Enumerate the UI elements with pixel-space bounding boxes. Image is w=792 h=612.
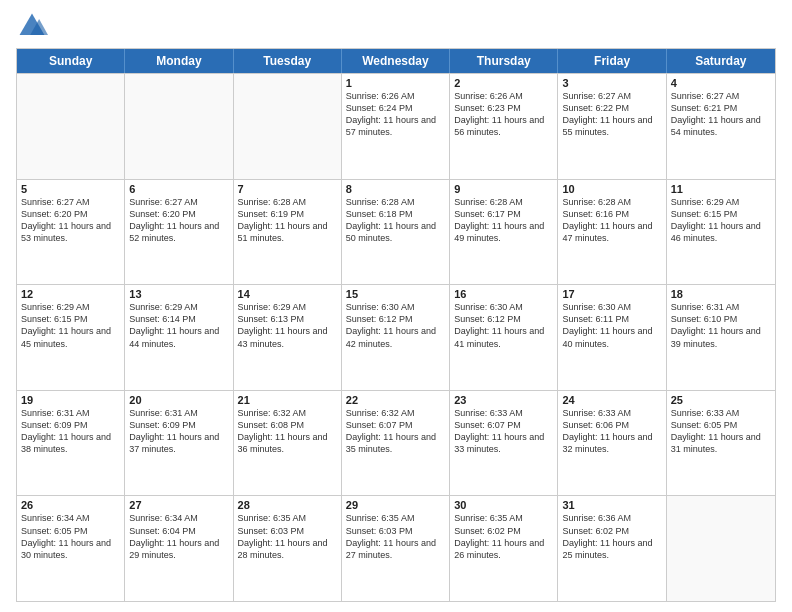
calendar-header: SundayMondayTuesdayWednesdayThursdayFrid… [17, 49, 775, 73]
day-cell-29: 29Sunrise: 6:35 AMSunset: 6:03 PMDayligh… [342, 496, 450, 601]
day-cell-30: 30Sunrise: 6:35 AMSunset: 6:02 PMDayligh… [450, 496, 558, 601]
day-number: 25 [671, 394, 771, 406]
day-cell-4: 4Sunrise: 6:27 AMSunset: 6:21 PMDaylight… [667, 74, 775, 179]
page: SundayMondayTuesdayWednesdayThursdayFrid… [0, 0, 792, 612]
cell-info: Sunrise: 6:27 AMSunset: 6:20 PMDaylight:… [129, 196, 228, 245]
day-number: 9 [454, 183, 553, 195]
cell-info: Sunrise: 6:29 AMSunset: 6:15 PMDaylight:… [671, 196, 771, 245]
cell-info: Sunrise: 6:32 AMSunset: 6:07 PMDaylight:… [346, 407, 445, 456]
day-cell-24: 24Sunrise: 6:33 AMSunset: 6:06 PMDayligh… [558, 391, 666, 496]
day-cell-18: 18Sunrise: 6:31 AMSunset: 6:10 PMDayligh… [667, 285, 775, 390]
day-header-wednesday: Wednesday [342, 49, 450, 73]
day-number: 8 [346, 183, 445, 195]
cell-info: Sunrise: 6:26 AMSunset: 6:23 PMDaylight:… [454, 90, 553, 139]
empty-cell [667, 496, 775, 601]
cell-info: Sunrise: 6:31 AMSunset: 6:10 PMDaylight:… [671, 301, 771, 350]
calendar-row-1: 5Sunrise: 6:27 AMSunset: 6:20 PMDaylight… [17, 179, 775, 285]
day-cell-1: 1Sunrise: 6:26 AMSunset: 6:24 PMDaylight… [342, 74, 450, 179]
day-cell-17: 17Sunrise: 6:30 AMSunset: 6:11 PMDayligh… [558, 285, 666, 390]
day-header-thursday: Thursday [450, 49, 558, 73]
day-number: 21 [238, 394, 337, 406]
cell-info: Sunrise: 6:32 AMSunset: 6:08 PMDaylight:… [238, 407, 337, 456]
cell-info: Sunrise: 6:29 AMSunset: 6:14 PMDaylight:… [129, 301, 228, 350]
cell-info: Sunrise: 6:27 AMSunset: 6:20 PMDaylight:… [21, 196, 120, 245]
day-cell-14: 14Sunrise: 6:29 AMSunset: 6:13 PMDayligh… [234, 285, 342, 390]
day-header-monday: Monday [125, 49, 233, 73]
cell-info: Sunrise: 6:35 AMSunset: 6:03 PMDaylight:… [346, 512, 445, 561]
cell-info: Sunrise: 6:35 AMSunset: 6:02 PMDaylight:… [454, 512, 553, 561]
day-number: 29 [346, 499, 445, 511]
day-cell-28: 28Sunrise: 6:35 AMSunset: 6:03 PMDayligh… [234, 496, 342, 601]
day-cell-16: 16Sunrise: 6:30 AMSunset: 6:12 PMDayligh… [450, 285, 558, 390]
day-cell-10: 10Sunrise: 6:28 AMSunset: 6:16 PMDayligh… [558, 180, 666, 285]
cell-info: Sunrise: 6:28 AMSunset: 6:16 PMDaylight:… [562, 196, 661, 245]
day-number: 18 [671, 288, 771, 300]
header [16, 10, 776, 42]
calendar-body: 1Sunrise: 6:26 AMSunset: 6:24 PMDaylight… [17, 73, 775, 601]
cell-info: Sunrise: 6:29 AMSunset: 6:13 PMDaylight:… [238, 301, 337, 350]
cell-info: Sunrise: 6:31 AMSunset: 6:09 PMDaylight:… [21, 407, 120, 456]
cell-info: Sunrise: 6:28 AMSunset: 6:18 PMDaylight:… [346, 196, 445, 245]
cell-info: Sunrise: 6:30 AMSunset: 6:12 PMDaylight:… [454, 301, 553, 350]
cell-info: Sunrise: 6:36 AMSunset: 6:02 PMDaylight:… [562, 512, 661, 561]
cell-info: Sunrise: 6:33 AMSunset: 6:06 PMDaylight:… [562, 407, 661, 456]
day-cell-13: 13Sunrise: 6:29 AMSunset: 6:14 PMDayligh… [125, 285, 233, 390]
day-number: 19 [21, 394, 120, 406]
day-number: 14 [238, 288, 337, 300]
day-number: 24 [562, 394, 661, 406]
day-number: 7 [238, 183, 337, 195]
cell-info: Sunrise: 6:30 AMSunset: 6:12 PMDaylight:… [346, 301, 445, 350]
day-number: 20 [129, 394, 228, 406]
empty-cell [17, 74, 125, 179]
calendar-row-2: 12Sunrise: 6:29 AMSunset: 6:15 PMDayligh… [17, 284, 775, 390]
logo [16, 10, 52, 42]
calendar-row-4: 26Sunrise: 6:34 AMSunset: 6:05 PMDayligh… [17, 495, 775, 601]
cell-info: Sunrise: 6:33 AMSunset: 6:05 PMDaylight:… [671, 407, 771, 456]
day-header-tuesday: Tuesday [234, 49, 342, 73]
day-cell-23: 23Sunrise: 6:33 AMSunset: 6:07 PMDayligh… [450, 391, 558, 496]
day-number: 26 [21, 499, 120, 511]
day-number: 30 [454, 499, 553, 511]
day-cell-12: 12Sunrise: 6:29 AMSunset: 6:15 PMDayligh… [17, 285, 125, 390]
calendar: SundayMondayTuesdayWednesdayThursdayFrid… [16, 48, 776, 602]
day-number: 2 [454, 77, 553, 89]
day-number: 1 [346, 77, 445, 89]
empty-cell [125, 74, 233, 179]
day-cell-20: 20Sunrise: 6:31 AMSunset: 6:09 PMDayligh… [125, 391, 233, 496]
cell-info: Sunrise: 6:30 AMSunset: 6:11 PMDaylight:… [562, 301, 661, 350]
cell-info: Sunrise: 6:31 AMSunset: 6:09 PMDaylight:… [129, 407, 228, 456]
cell-info: Sunrise: 6:33 AMSunset: 6:07 PMDaylight:… [454, 407, 553, 456]
day-number: 11 [671, 183, 771, 195]
day-cell-26: 26Sunrise: 6:34 AMSunset: 6:05 PMDayligh… [17, 496, 125, 601]
day-header-saturday: Saturday [667, 49, 775, 73]
day-number: 28 [238, 499, 337, 511]
cell-info: Sunrise: 6:35 AMSunset: 6:03 PMDaylight:… [238, 512, 337, 561]
day-cell-11: 11Sunrise: 6:29 AMSunset: 6:15 PMDayligh… [667, 180, 775, 285]
day-number: 16 [454, 288, 553, 300]
day-number: 6 [129, 183, 228, 195]
day-cell-6: 6Sunrise: 6:27 AMSunset: 6:20 PMDaylight… [125, 180, 233, 285]
day-number: 15 [346, 288, 445, 300]
day-cell-22: 22Sunrise: 6:32 AMSunset: 6:07 PMDayligh… [342, 391, 450, 496]
cell-info: Sunrise: 6:34 AMSunset: 6:05 PMDaylight:… [21, 512, 120, 561]
day-number: 5 [21, 183, 120, 195]
empty-cell [234, 74, 342, 179]
day-cell-8: 8Sunrise: 6:28 AMSunset: 6:18 PMDaylight… [342, 180, 450, 285]
calendar-row-3: 19Sunrise: 6:31 AMSunset: 6:09 PMDayligh… [17, 390, 775, 496]
day-cell-5: 5Sunrise: 6:27 AMSunset: 6:20 PMDaylight… [17, 180, 125, 285]
cell-info: Sunrise: 6:34 AMSunset: 6:04 PMDaylight:… [129, 512, 228, 561]
cell-info: Sunrise: 6:27 AMSunset: 6:21 PMDaylight:… [671, 90, 771, 139]
day-cell-25: 25Sunrise: 6:33 AMSunset: 6:05 PMDayligh… [667, 391, 775, 496]
day-cell-19: 19Sunrise: 6:31 AMSunset: 6:09 PMDayligh… [17, 391, 125, 496]
day-number: 13 [129, 288, 228, 300]
day-cell-15: 15Sunrise: 6:30 AMSunset: 6:12 PMDayligh… [342, 285, 450, 390]
logo-icon [16, 10, 48, 42]
day-cell-21: 21Sunrise: 6:32 AMSunset: 6:08 PMDayligh… [234, 391, 342, 496]
cell-info: Sunrise: 6:27 AMSunset: 6:22 PMDaylight:… [562, 90, 661, 139]
day-cell-2: 2Sunrise: 6:26 AMSunset: 6:23 PMDaylight… [450, 74, 558, 179]
cell-info: Sunrise: 6:28 AMSunset: 6:17 PMDaylight:… [454, 196, 553, 245]
cell-info: Sunrise: 6:29 AMSunset: 6:15 PMDaylight:… [21, 301, 120, 350]
day-header-friday: Friday [558, 49, 666, 73]
day-number: 22 [346, 394, 445, 406]
day-number: 12 [21, 288, 120, 300]
